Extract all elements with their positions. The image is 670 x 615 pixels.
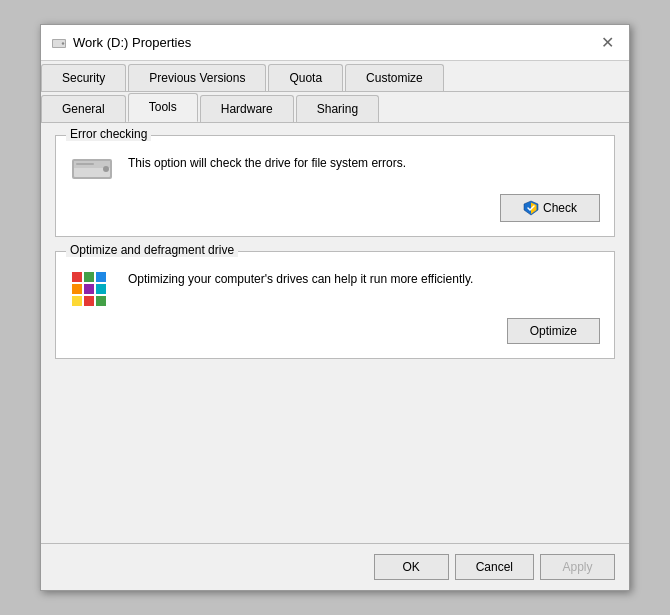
title-bar: Work (D:) Properties ✕	[41, 25, 629, 61]
check-button[interactable]: Check	[500, 194, 600, 222]
tab-hardware[interactable]: Hardware	[200, 95, 294, 122]
tab-quota[interactable]: Quota	[268, 64, 343, 91]
optimize-inner: Optimizing your computer's drives can he…	[70, 270, 600, 308]
check-button-label: Check	[543, 201, 577, 215]
drive-small-icon	[51, 35, 67, 51]
svg-point-6	[103, 166, 109, 172]
ok-button[interactable]: OK	[374, 554, 449, 580]
tabs-row-1: Security Previous Versions Quota Customi…	[41, 61, 629, 92]
error-checking-inner: This option will check the drive for fil…	[70, 154, 600, 184]
defrag-icon	[70, 270, 114, 308]
tab-sharing[interactable]: Sharing	[296, 95, 379, 122]
tabs-row-2: General Tools Hardware Sharing	[41, 92, 629, 123]
tab-tools[interactable]: Tools	[128, 93, 198, 122]
error-checking-btn-row: Check	[70, 194, 600, 222]
svg-rect-13	[96, 272, 106, 282]
properties-dialog: Work (D:) Properties ✕ Security Previous…	[40, 24, 630, 591]
svg-rect-18	[84, 296, 94, 306]
content-area: Error checking This option will check th…	[41, 123, 629, 543]
svg-rect-14	[72, 284, 82, 294]
optimize-button[interactable]: Optimize	[507, 318, 600, 344]
cancel-button[interactable]: Cancel	[455, 554, 534, 580]
svg-rect-19	[96, 296, 106, 306]
close-button[interactable]: ✕	[595, 31, 619, 55]
svg-rect-12	[84, 272, 94, 282]
tab-security[interactable]: Security	[41, 64, 126, 91]
optimize-section: Optimize and defragment drive Optimizing…	[55, 251, 615, 359]
tab-customize[interactable]: Customize	[345, 64, 444, 91]
footer: OK Cancel Apply	[41, 543, 629, 590]
optimize-button-label: Optimize	[530, 324, 577, 338]
tab-general[interactable]: General	[41, 95, 126, 122]
shield-check-icon	[523, 200, 539, 216]
svg-point-2	[62, 42, 64, 44]
apply-button[interactable]: Apply	[540, 554, 615, 580]
optimize-btn-row: Optimize	[70, 318, 600, 344]
error-checking-title: Error checking	[66, 127, 151, 141]
error-checking-section: Error checking This option will check th…	[55, 135, 615, 237]
window-title: Work (D:) Properties	[73, 35, 191, 50]
optimize-title: Optimize and defragment drive	[66, 243, 238, 257]
svg-rect-17	[72, 296, 82, 306]
svg-rect-7	[76, 163, 94, 165]
svg-rect-11	[72, 272, 82, 282]
svg-rect-16	[96, 284, 106, 294]
drive-icon	[70, 154, 114, 184]
error-checking-description: This option will check the drive for fil…	[128, 154, 600, 172]
svg-rect-15	[84, 284, 94, 294]
tab-previous-versions[interactable]: Previous Versions	[128, 64, 266, 91]
optimize-description: Optimizing your computer's drives can he…	[128, 270, 600, 288]
title-bar-left: Work (D:) Properties	[51, 35, 191, 51]
